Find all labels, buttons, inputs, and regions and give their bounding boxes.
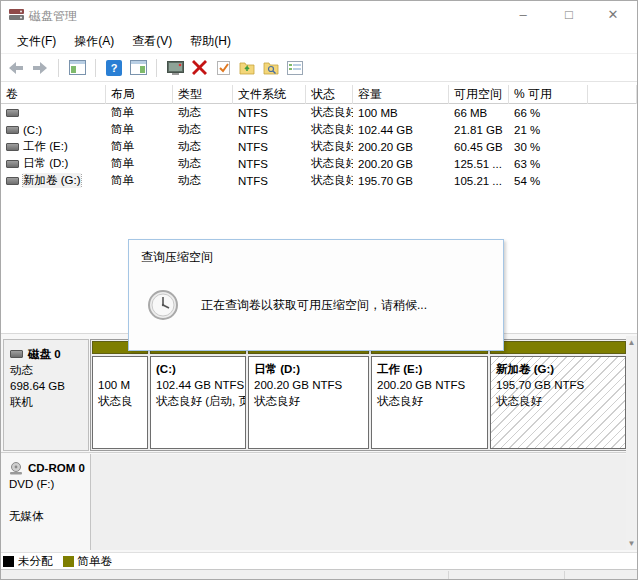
col-layout[interactable]: 布局 (106, 85, 173, 104)
legend-bar: 未分配 简单卷 (1, 552, 637, 569)
toolbar-separator (156, 59, 157, 77)
disk0-type: 动态 (10, 362, 84, 378)
set-partition-active-icon[interactable] (214, 59, 232, 77)
back-icon[interactable] (7, 59, 25, 77)
svg-text:?: ? (111, 62, 118, 74)
app-icon (9, 8, 24, 21)
legend-simple-volume-label: 简单卷 (78, 554, 113, 569)
partition-g-selected[interactable]: 新加卷 (G:) 195.70 GB NTFS 状态良好 (490, 341, 626, 449)
scroll-up-icon[interactable]: ▲ (626, 336, 637, 349)
toolbar: ? (1, 54, 637, 82)
disk0-partition-strip: 100 M 状态良 (C:) 102.44 GB NTFS 状态良好 (启动, … (90, 339, 628, 451)
toolbar-separator (95, 59, 96, 77)
graphical-view-pane: 磁盘 0 动态 698.64 GB 联机 100 M 状态良 (C:) 102.… (1, 333, 637, 552)
cdrom-media-status: 无媒体 (9, 508, 85, 524)
forward-icon[interactable] (31, 59, 49, 77)
help-icon[interactable]: ? (105, 59, 123, 77)
maximize-button[interactable]: □ (547, 1, 591, 29)
statusbar-divider (448, 571, 449, 580)
menu-file[interactable]: 文件(F) (9, 30, 64, 53)
table-row-selected[interactable]: 新加卷 (G:) 简单 动态 NTFS 状态良好 195.70 GB 105.2… (1, 172, 637, 189)
open-icon[interactable] (238, 59, 256, 77)
delete-volume-icon[interactable] (190, 59, 208, 77)
legend-unallocated-label: 未分配 (18, 554, 53, 569)
table-row[interactable]: 工作 (E:) 简单 动态 NTFS 状态良好 200.20 GB 60.45 … (1, 138, 637, 155)
col-type[interactable]: 类型 (173, 85, 233, 104)
volume-icon (6, 177, 19, 185)
disk0-info-panel[interactable]: 磁盘 0 动态 698.64 GB 联机 (3, 339, 89, 451)
col-status[interactable]: 状态 (306, 85, 353, 104)
window-title: 磁盘管理 (29, 8, 77, 25)
table-row[interactable]: 日常 (D:) 简单 动态 NTFS 状态良好 200.20 GB 125.51… (1, 155, 637, 172)
action-pane-icon[interactable] (129, 59, 147, 77)
simple-volume-color-bar (490, 341, 626, 354)
col-blank (588, 85, 637, 104)
explore-icon[interactable] (262, 59, 280, 77)
volume-icon (6, 143, 19, 151)
cdrom-icon (9, 462, 23, 475)
cdrom-empty-area (90, 454, 628, 550)
clock-icon (147, 289, 179, 321)
menu-view[interactable]: 查看(V) (124, 30, 180, 53)
statusbar-divider (564, 571, 565, 580)
volume-icon (6, 160, 19, 168)
row-divider (1, 452, 628, 453)
console-tree-icon[interactable] (68, 59, 86, 77)
minimize-button[interactable]: – (501, 1, 545, 29)
query-shrink-space-dialog[interactable]: 查询压缩空间 正在查询卷以获取可用压缩空间，请稍候... (128, 239, 504, 351)
col-filesystem[interactable]: 文件系统 (233, 85, 306, 104)
scroll-down-icon[interactable]: ▼ (626, 537, 637, 550)
volume-list-header: 卷 布局 类型 文件系统 状态 容量 可用空间 % 可用 (1, 85, 637, 104)
disk-management-window: 磁盘管理 – □ ✕ 文件(F) 操作(A) 查看(V) 帮助(H) ? (0, 0, 638, 580)
status-bar (1, 569, 637, 580)
col-capacity[interactable]: 容量 (353, 85, 449, 104)
col-free-space[interactable]: 可用空间 (449, 85, 509, 104)
console-window-icon[interactable] (166, 59, 184, 77)
menu-help[interactable]: 帮助(H) (182, 30, 239, 53)
simple-volume-color-swatch (63, 556, 74, 567)
close-button[interactable]: ✕ (591, 1, 635, 29)
dialog-message: 正在查询卷以获取可用压缩空间，请稍候... (201, 297, 427, 314)
menu-action[interactable]: 操作(A) (66, 30, 122, 53)
col-volume[interactable]: 卷 (1, 85, 106, 104)
vertical-scrollbar[interactable]: ▲ ▼ (626, 336, 637, 550)
title-bar: 磁盘管理 – □ ✕ (1, 1, 637, 29)
cdrom-info-panel[interactable]: CD-ROM 0 DVD (F:) 无媒体 (3, 454, 89, 550)
menu-bar: 文件(F) 操作(A) 查看(V) 帮助(H) (1, 29, 637, 54)
disk0-size: 698.64 GB (10, 378, 84, 394)
disk0-status: 联机 (10, 394, 84, 410)
volume-icon (6, 109, 19, 117)
unallocated-color-swatch (3, 556, 14, 567)
col-pct-free[interactable]: % 可用 (509, 85, 588, 104)
partition-d[interactable]: 日常 (D:) 200.20 GB NTFS 状态良好 (248, 341, 369, 449)
toolbar-separator (58, 59, 59, 77)
partition-e[interactable]: 工作 (E:) 200.20 GB NTFS 状态良好 (371, 341, 488, 449)
volume-list: 卷 布局 类型 文件系统 状态 容量 可用空间 % 可用 简单 动态 NTFS … (1, 85, 637, 189)
partition-c[interactable]: (C:) 102.44 GB NTFS 状态良好 (启动, 页面文 (150, 341, 246, 449)
table-row[interactable]: (C:) 简单 动态 NTFS 状态良好 (... 102.44 GB 21.8… (1, 121, 637, 138)
volume-icon (6, 126, 19, 134)
cdrom-drive: DVD (F:) (9, 476, 85, 492)
partition-system[interactable]: 100 M 状态良 (92, 341, 148, 449)
properties-list-icon[interactable] (286, 59, 304, 77)
disk-icon (10, 350, 23, 358)
table-row[interactable]: 简单 动态 NTFS 状态良好 (... 100 MB 66 MB 66 % (1, 104, 637, 121)
dialog-title: 查询压缩空间 (129, 240, 503, 275)
